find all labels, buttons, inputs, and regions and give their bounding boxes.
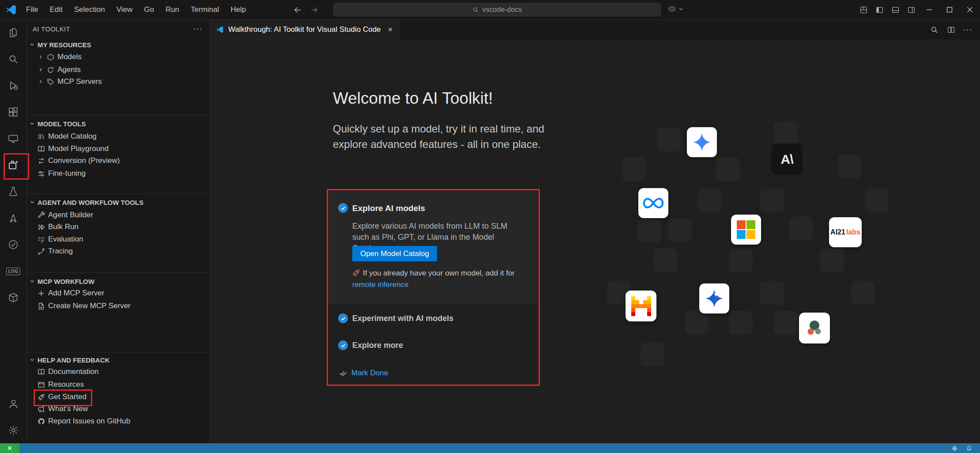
open-model-catalog-button[interactable]: Open Model Catalog <box>352 246 437 261</box>
decor-tile <box>729 311 753 335</box>
vscode-logo-icon <box>5 4 17 15</box>
section-agent-workflow-tools[interactable]: AGENT AND WORKFLOW TOOLS <box>26 196 210 208</box>
sidebar-item-bulk-run[interactable]: Bulk Run <box>26 221 210 233</box>
decor-tile <box>865 189 889 212</box>
step-checked-icon[interactable] <box>338 313 348 323</box>
accounts-icon[interactable] <box>0 390 26 417</box>
step-checked-icon[interactable] <box>338 340 348 350</box>
step-explore-ai-models[interactable]: Explore AI models Explore various AI mod… <box>328 190 538 304</box>
remote-explorer-icon[interactable] <box>0 125 26 152</box>
fine-tuning-icon <box>38 170 45 177</box>
search-view-icon[interactable] <box>0 46 26 72</box>
sidebar-item-evaluation[interactable]: Evaluation <box>26 233 210 245</box>
checks-icon[interactable] <box>0 231 26 258</box>
minimize-button[interactable] <box>919 0 939 19</box>
toggle-panel-button[interactable] <box>887 0 903 19</box>
cohere-logo <box>799 313 830 344</box>
sidebar-item-tracing[interactable]: Tracing <box>26 245 210 257</box>
decor-tile <box>637 219 661 242</box>
output-log-icon[interactable]: LOG <box>0 258 26 284</box>
run-and-debug-icon[interactable] <box>0 72 26 99</box>
ports-globe-icon[interactable] <box>951 445 958 452</box>
title-bar: File Edit Selection View Go Run Terminal… <box>0 0 980 20</box>
command-center-search[interactable]: vscode-docs <box>333 3 661 16</box>
sidebar-item-documentation[interactable]: Documentation <box>26 366 210 378</box>
sidebar-item-whats-new[interactable]: What's New <box>26 403 210 415</box>
documentation-icon <box>38 368 45 376</box>
sidebar-item-conversion[interactable]: Conversion (Preview) <box>26 155 210 167</box>
sidebar-item-agent-builder[interactable]: Agent Builder <box>26 209 210 221</box>
sidebar-item-agents[interactable]: Agents <box>26 64 210 76</box>
tracing-icon <box>38 248 45 255</box>
split-editor-icon[interactable] <box>944 23 958 37</box>
menu-help[interactable]: Help <box>225 0 252 19</box>
remote-icon <box>6 444 13 452</box>
menu-run[interactable]: Run <box>160 0 185 19</box>
gemini-star-icon <box>692 132 712 152</box>
editor-more-actions-icon[interactable]: ··· <box>961 23 975 37</box>
menu-view[interactable]: View <box>111 0 139 19</box>
copilot-menu-button[interactable] <box>667 4 684 13</box>
bulk-run-icon <box>38 223 45 231</box>
close-button[interactable] <box>960 0 980 19</box>
sidebar-item-model-playground[interactable]: Model Playground <box>26 143 210 155</box>
chevron-right-icon <box>38 67 44 73</box>
microsoft-squares-icon <box>737 220 755 239</box>
mark-done-button[interactable]: Mark Done <box>339 369 388 378</box>
beaker-icon[interactable] <box>0 178 26 205</box>
sidebar-item-models[interactable]: Models <box>26 51 210 63</box>
section-help-feedback[interactable]: HELP AND FEEDBACK <box>26 354 210 366</box>
settings-gear-icon[interactable] <box>0 417 26 443</box>
ai-assistant-icon[interactable] <box>0 205 26 231</box>
more-actions-icon[interactable]: ··· <box>193 24 203 34</box>
toggle-primary-sidebar-button[interactable] <box>871 0 887 19</box>
maximize-button[interactable] <box>939 0 960 19</box>
menu-selection[interactable]: Selection <box>68 0 111 19</box>
status-bar <box>0 443 980 453</box>
ai-star-logo <box>699 283 729 313</box>
find-icon[interactable] <box>927 23 941 37</box>
sidebar-item-resources[interactable]: Resources <box>26 378 210 391</box>
menu-terminal[interactable]: Terminal <box>185 0 225 19</box>
mistral-logo <box>626 291 656 321</box>
sidebar-item-get-started[interactable]: Get Started <box>26 391 210 403</box>
menu-go[interactable]: Go <box>138 0 160 19</box>
menu-edit[interactable]: Edit <box>44 0 68 19</box>
models-icon <box>47 53 54 61</box>
tab-walkthrough[interactable]: Walkthrough: AI Toolkit for Visual Studi… <box>210 19 400 40</box>
section-model-tools[interactable]: MODEL TOOLS <box>26 117 210 130</box>
evaluation-icon <box>38 236 45 243</box>
sidebar-item-report-issues[interactable]: Report Issues on GitHub <box>26 415 210 427</box>
chevron-down-icon <box>29 42 35 48</box>
model-playground-icon <box>38 145 45 153</box>
step-checked-icon[interactable] <box>338 203 348 213</box>
gemini-logo <box>687 127 717 157</box>
sidebar-item-mcp-servers[interactable]: MCP Servers <box>26 76 210 88</box>
forward-button[interactable] <box>309 5 319 15</box>
sidebar-item-model-catalog[interactable]: Model Catalog <box>26 130 210 143</box>
back-button[interactable] <box>293 5 302 15</box>
customize-layout-button[interactable] <box>856 0 871 19</box>
chevron-down-icon <box>29 121 35 127</box>
section-mcp-workflow[interactable]: MCP WORKFLOW <box>26 275 210 287</box>
decor-tile <box>653 249 677 272</box>
dev-container-icon[interactable] <box>0 284 26 311</box>
remote-indicator[interactable] <box>0 443 19 453</box>
explorer-icon[interactable] <box>0 19 26 46</box>
notifications-bell-icon[interactable] <box>965 445 973 452</box>
toggle-secondary-sidebar-button[interactable] <box>903 0 919 19</box>
new-file-icon <box>38 302 45 310</box>
section-my-resources[interactable]: MY RESOURCES <box>26 38 210 51</box>
sidebar-item-fine-tuning[interactable]: Fine-tuning <box>26 167 210 180</box>
walkthrough-intro: Quickly set up a model, try it in real t… <box>333 121 556 152</box>
ai-toolkit-icon[interactable] <box>0 152 26 178</box>
remote-inference-link[interactable]: remote inference <box>352 280 409 289</box>
extensions-icon[interactable] <box>0 99 26 125</box>
ai21-labs-logo: AI21labs <box>829 217 862 247</box>
ai-toolkit-sidebar: AI TOOLKIT ··· MY RESOURCES Models Agent… <box>26 19 210 443</box>
decor-tile <box>668 219 692 242</box>
menu-file[interactable]: File <box>20 0 44 19</box>
sidebar-item-create-new-mcp-server[interactable]: Create New MCP Server <box>26 300 210 312</box>
tab-close-icon[interactable]: × <box>388 25 393 34</box>
sidebar-item-add-mcp-server[interactable]: Add MCP Server <box>26 287 210 299</box>
